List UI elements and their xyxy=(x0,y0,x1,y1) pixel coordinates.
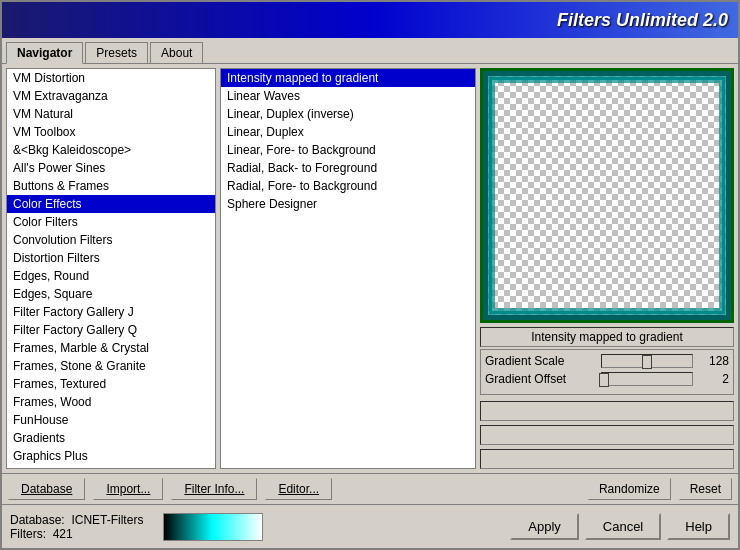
sliders-area: Gradient Scale 128 Gradient Offset 2 xyxy=(480,349,734,395)
status-left: Database: ICNET-Filters Filters: 421 xyxy=(10,513,143,541)
category-item[interactable]: Frames, Marble & Crystal xyxy=(7,339,215,357)
category-item[interactable]: Convolution Filters xyxy=(7,231,215,249)
filter-item[interactable]: Radial, Back- to Foreground xyxy=(221,159,475,177)
gradient-offset-row: Gradient Offset 2 xyxy=(485,372,729,386)
filter-item[interactable]: Intensity mapped to gradient xyxy=(221,69,475,87)
database-status: Database: ICNET-Filters xyxy=(10,513,143,527)
category-list-container: VM DistortionVM ExtravaganzaVM NaturalVM… xyxy=(7,69,215,468)
tab-about[interactable]: About xyxy=(150,42,203,63)
category-item[interactable]: VM Extravaganza xyxy=(7,87,215,105)
cancel-button[interactable]: Cancel xyxy=(585,513,661,540)
filter-item[interactable]: Radial, Fore- to Background xyxy=(221,177,475,195)
preview-wrapper: Intensity mapped to gradient Gradient Sc… xyxy=(480,68,734,469)
help-button[interactable]: Help xyxy=(667,513,730,540)
empty-rows xyxy=(480,401,734,469)
category-item[interactable]: Filter Factory Gallery Q xyxy=(7,321,215,339)
tab-presets[interactable]: Presets xyxy=(85,42,148,63)
filters-status: Filters: 421 xyxy=(10,527,143,541)
category-item[interactable]: Color Effects xyxy=(7,195,215,213)
gradient-scale-row: Gradient Scale 128 xyxy=(485,354,729,368)
gradient-offset-label: Gradient Offset xyxy=(485,372,595,386)
category-item[interactable]: All's Power Sines xyxy=(7,159,215,177)
category-item[interactable]: Distortion Filters xyxy=(7,249,215,267)
app-title: Filters Unlimited 2.0 xyxy=(557,10,728,31)
preview-canvas xyxy=(480,68,734,323)
gradient-scale-value: 128 xyxy=(699,354,729,368)
action-buttons: Apply Cancel Help xyxy=(510,513,730,540)
gradient-offset-track[interactable] xyxy=(601,372,693,386)
category-item[interactable]: &<Bkg Kaleidoscope> xyxy=(7,141,215,159)
content-area: VM DistortionVM ExtravaganzaVM NaturalVM… xyxy=(2,64,738,473)
category-item[interactable]: Image Enhancement xyxy=(7,465,215,468)
category-item[interactable]: Frames, Wood xyxy=(7,393,215,411)
category-item[interactable]: VM Natural xyxy=(7,105,215,123)
status-bar: Database: ICNET-Filters Filters: 421 App… xyxy=(2,504,738,548)
filter-item[interactable]: Sphere Designer xyxy=(221,195,475,213)
empty-row-3 xyxy=(480,449,734,469)
gradient-offset-thumb[interactable] xyxy=(599,373,609,387)
filter-item[interactable]: Linear, Duplex (inverse) xyxy=(221,105,475,123)
category-item[interactable]: Filter Factory Gallery J xyxy=(7,303,215,321)
randomize-button[interactable]: Randomize xyxy=(588,478,671,500)
gradient-scale-track[interactable] xyxy=(601,354,693,368)
category-item[interactable]: Gradients xyxy=(7,429,215,447)
editor-button[interactable]: Editor... xyxy=(265,478,332,500)
category-item[interactable]: VM Toolbox xyxy=(7,123,215,141)
category-item[interactable]: Edges, Round xyxy=(7,267,215,285)
filter-item[interactable]: Linear Waves xyxy=(221,87,475,105)
main-window: Filters Unlimited 2.0 Navigator Presets … xyxy=(0,0,740,550)
tab-bar: Navigator Presets About xyxy=(2,38,738,64)
gradient-scale-label: Gradient Scale xyxy=(485,354,595,368)
database-button[interactable]: Database xyxy=(8,478,85,500)
category-item[interactable]: FunHouse xyxy=(7,411,215,429)
empty-row-2 xyxy=(480,425,734,445)
apply-button[interactable]: Apply xyxy=(510,513,579,540)
category-panel: VM DistortionVM ExtravaganzaVM NaturalVM… xyxy=(6,68,216,469)
preview-inner xyxy=(489,77,725,314)
filter-info-button[interactable]: Filter Info... xyxy=(171,478,257,500)
category-item[interactable]: Frames, Textured xyxy=(7,375,215,393)
category-item[interactable]: Color Filters xyxy=(7,213,215,231)
category-item[interactable]: VM Distortion xyxy=(7,69,215,87)
category-item[interactable]: Graphics Plus xyxy=(7,447,215,465)
reset-button[interactable]: Reset xyxy=(679,478,732,500)
import-button[interactable]: Import... xyxy=(93,478,163,500)
filter-item[interactable]: Linear, Duplex xyxy=(221,123,475,141)
category-item[interactable]: Buttons & Frames xyxy=(7,177,215,195)
empty-row-1 xyxy=(480,401,734,421)
tab-navigator[interactable]: Navigator xyxy=(6,42,83,64)
filter-list[interactable]: Intensity mapped to gradientLinear Waves… xyxy=(220,68,476,469)
filter-name-bar: Intensity mapped to gradient xyxy=(480,327,734,347)
gradient-preview xyxy=(163,513,263,541)
gradient-offset-value: 2 xyxy=(699,372,729,386)
bottom-toolbar: Database Import... Filter Info... Editor… xyxy=(2,473,738,504)
gradient-scale-thumb[interactable] xyxy=(642,355,652,369)
category-item[interactable]: Frames, Stone & Granite xyxy=(7,357,215,375)
category-item[interactable]: Edges, Square xyxy=(7,285,215,303)
filter-item[interactable]: Linear, Fore- to Background xyxy=(221,141,475,159)
category-list[interactable]: VM DistortionVM ExtravaganzaVM NaturalVM… xyxy=(7,69,215,468)
header-bar: Filters Unlimited 2.0 xyxy=(2,2,738,38)
